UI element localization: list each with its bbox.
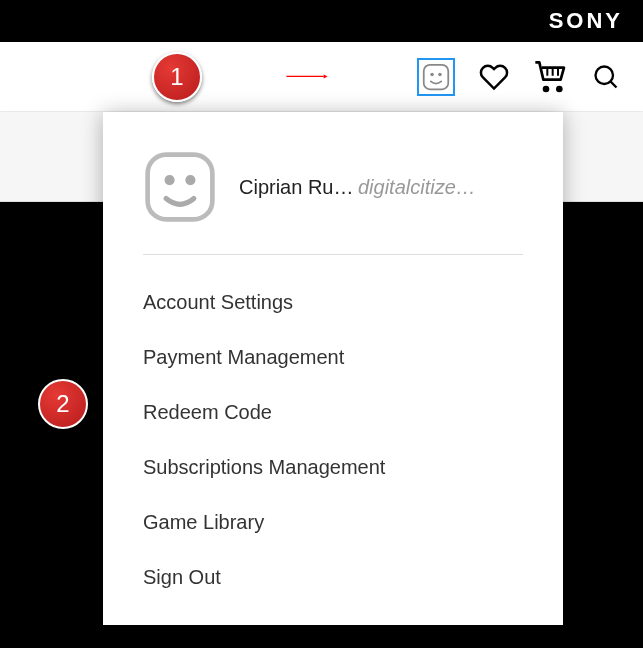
user-handle: digitalcitize…	[358, 176, 476, 198]
search-icon[interactable]	[589, 60, 623, 94]
svg-point-2	[438, 72, 442, 76]
account-dropdown: Ciprian Ru… digitalcitize… Account Setti…	[103, 112, 563, 625]
svg-point-3	[544, 87, 548, 91]
sony-logo: SONY	[549, 8, 623, 34]
avatar-icon[interactable]	[417, 58, 455, 96]
svg-point-5	[596, 66, 614, 84]
svg-rect-0	[424, 64, 449, 89]
svg-point-8	[165, 175, 175, 185]
annotation-badge-1: 1	[152, 52, 202, 102]
annotation-badge-2: 2	[38, 379, 88, 429]
svg-point-4	[557, 87, 561, 91]
cart-icon[interactable]	[533, 60, 567, 94]
heart-icon[interactable]	[477, 60, 511, 94]
svg-point-9	[185, 175, 195, 185]
menu-payment-management[interactable]: Payment Management	[143, 330, 523, 385]
menu-game-library[interactable]: Game Library	[143, 495, 523, 550]
menu-sign-out[interactable]: Sign Out	[143, 550, 523, 605]
menu-account-settings[interactable]: Account Settings	[143, 275, 523, 330]
svg-point-1	[430, 72, 434, 76]
svg-line-6	[611, 81, 617, 87]
menu-subscriptions-management[interactable]: Subscriptions Management	[143, 440, 523, 495]
svg-rect-7	[148, 155, 213, 220]
top-brand-bar: SONY	[0, 0, 643, 42]
user-avatar-icon	[143, 150, 217, 224]
user-profile-row[interactable]: Ciprian Ru… digitalcitize…	[143, 140, 523, 255]
user-display-name: Ciprian Ru…	[239, 176, 353, 198]
annotation-arrow	[204, 76, 410, 80]
menu-redeem-code[interactable]: Redeem Code	[143, 385, 523, 440]
